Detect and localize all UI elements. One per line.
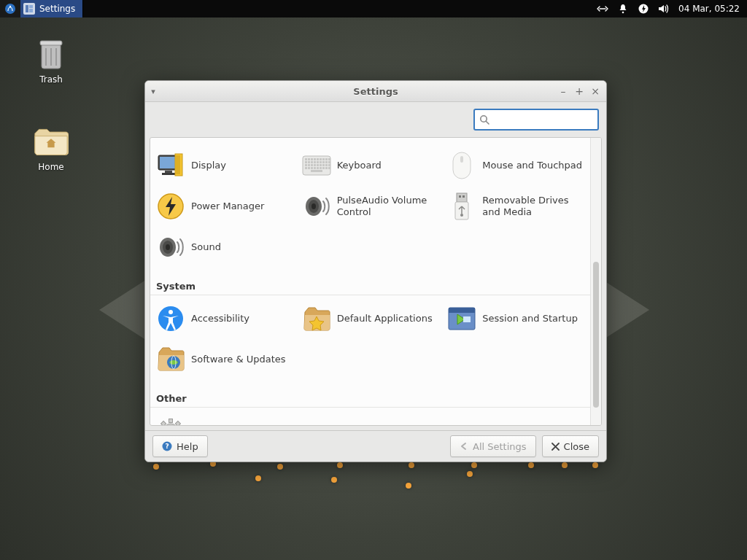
settings-item-power-manager[interactable]: Power Manager [153,187,296,225]
search-input[interactable] [494,114,607,126]
maximize-button[interactable]: + [574,85,584,97]
svg-rect-42 [308,164,310,166]
session-icon [447,304,476,333]
settings-item-label: Software & Updates [191,354,286,365]
svg-rect-35 [314,161,316,163]
svg-rect-68 [462,195,465,198]
category-header: Other [150,389,590,408]
power-icon [156,192,185,221]
footer: ? Help All Settings Close [145,430,606,462]
help-icon: ? [162,441,172,451]
volume-icon[interactable] [658,3,670,15]
clock[interactable]: 04 Mar, 05:22 [678,4,740,14]
settings-item-keyboard[interactable]: Keyboard [299,147,442,184]
svg-rect-67 [459,195,461,198]
svg-rect-36 [317,161,319,163]
svg-rect-55 [320,167,322,169]
svg-rect-88 [169,419,173,423]
svg-rect-77 [449,308,475,313]
svg-rect-43 [311,164,313,166]
software-icon [156,345,185,374]
window-menu-button[interactable]: ▾ [145,87,161,96]
settings-item-sound[interactable]: Sound [153,228,296,266]
all-settings-label: All Settings [473,441,527,452]
settings-item-software-updates[interactable]: Software & Updates [153,341,296,378]
taskbar-item-label: Settings [39,4,75,14]
display-icon [156,151,185,180]
category-header: System [150,276,590,295]
svg-rect-17 [162,173,175,175]
speaker-icon [156,233,185,262]
trash-icon [34,36,69,71]
usb-icon [447,192,476,221]
network-icon[interactable] [597,3,608,15]
svg-rect-41 [305,164,307,166]
svg-rect-24 [308,158,310,160]
settings-item-pulseaudio-volume-control[interactable]: PulseAudio Volume Control [299,187,442,225]
settings-item-label: Sound [191,241,221,253]
settings-item-display[interactable]: Display [153,147,296,184]
close-button[interactable]: Close [542,435,599,457]
settings-item-settings-editor[interactable]: Settings Editor [153,412,296,425]
settings-item-mouse-and-touchpad[interactable]: Mouse and Touchpad [444,147,587,184]
svg-rect-52 [311,167,313,169]
svg-rect-54 [317,167,319,169]
svg-rect-48 [325,164,328,166]
gear-icon [156,416,185,425]
close-icon [551,443,560,451]
settings-item-accessibility[interactable]: Accessibility [153,300,296,338]
minimize-button[interactable]: – [558,85,568,97]
scrollbar[interactable] [590,138,601,425]
svg-rect-89 [175,421,180,425]
taskbar-item-settings[interactable]: Settings [20,0,83,18]
settings-item-label: Default Applications [337,313,433,324]
top-panel: Settings 04 Mar, 05:22 [0,0,747,18]
settings-item-default-applications[interactable]: Default Applications [299,300,442,338]
svg-rect-61 [460,156,463,163]
speaker-icon [302,192,331,221]
home-folder-icon [34,124,69,159]
settings-item-label: Mouse and Touchpad [482,160,582,171]
settings-item-session-and-startup[interactable]: Session and Startup [444,300,587,338]
svg-rect-16 [165,171,172,173]
svg-rect-23 [305,158,307,160]
svg-point-65 [311,203,316,209]
svg-rect-4 [29,9,33,12]
notifications-icon[interactable] [617,3,629,15]
help-button[interactable]: ? Help [152,435,208,457]
svg-rect-33 [308,161,310,163]
desktop-icon-home[interactable]: Home [22,124,80,172]
window-title: Settings [145,86,606,97]
settings-item-label: Display [191,160,226,171]
svg-rect-46 [320,164,322,166]
svg-rect-32 [305,161,307,163]
svg-point-70 [460,214,463,217]
settings-item-label: Accessibility [191,313,249,324]
desktop-icon-trash[interactable]: Trash [22,36,80,85]
svg-rect-58 [328,167,330,169]
app-menu-button[interactable] [0,0,20,18]
titlebar[interactable]: ▾ Settings – + × [145,81,606,102]
svg-rect-28 [320,158,322,160]
svg-rect-26 [314,158,316,160]
svg-point-1 [9,6,11,7]
close-label: Close [564,441,589,452]
svg-rect-49 [328,164,330,166]
svg-point-73 [166,244,170,250]
svg-rect-31 [328,158,330,160]
defaultapps-icon [302,304,331,333]
svg-point-5 [622,12,624,14]
close-window-button[interactable]: × [590,85,600,97]
power-icon[interactable] [638,3,649,15]
svg-rect-8 [40,41,62,45]
svg-line-13 [486,121,489,124]
svg-rect-56 [322,167,325,169]
svg-rect-25 [311,158,313,160]
svg-rect-3 [29,5,33,8]
svg-rect-27 [317,158,319,160]
svg-rect-66 [457,193,467,202]
search-box[interactable] [473,109,599,131]
settings-item-removable-drives-and-media[interactable]: Removable Drives and Media [444,187,587,225]
svg-rect-50 [305,167,307,169]
svg-rect-30 [325,158,328,160]
